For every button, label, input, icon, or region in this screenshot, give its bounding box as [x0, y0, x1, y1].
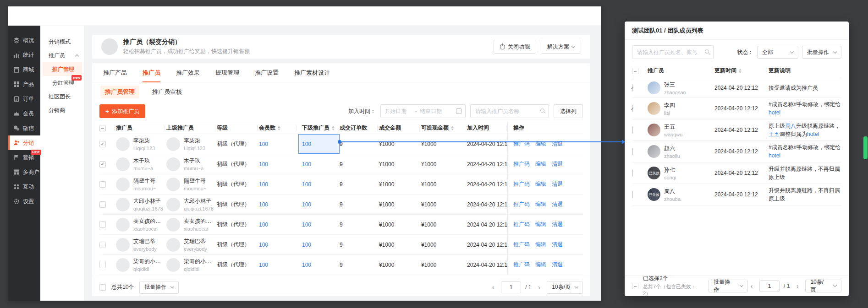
- sidebar-item[interactable]: 统计: [8, 48, 40, 62]
- action-promo-code-link[interactable]: 推广码: [513, 160, 530, 168]
- member-checkbox[interactable]: [632, 126, 633, 134]
- date-start-input[interactable]: [385, 108, 411, 114]
- next-page-button[interactable]: [535, 284, 543, 291]
- row-checkbox[interactable]: [99, 161, 106, 168]
- sidebar-item[interactable]: 产品: [8, 77, 40, 92]
- date-end-input[interactable]: [420, 108, 446, 114]
- note-link[interactable]: hotel: [769, 152, 780, 159]
- sort-icon[interactable]: [451, 126, 454, 130]
- tab[interactable]: 推广设置: [255, 63, 279, 82]
- tab[interactable]: 提现管理: [215, 63, 239, 82]
- submenu-item[interactable]: 分销模式: [43, 35, 82, 49]
- sub-promoters-link[interactable]: 100: [302, 262, 311, 268]
- sidebar-item[interactable]: 设置: [8, 194, 40, 209]
- promoter-search-input[interactable]: [470, 104, 549, 118]
- action-remove-link[interactable]: 清退: [552, 180, 563, 188]
- panel-footer-bulk-select[interactable]: 批量操作: [709, 280, 748, 292]
- sidebar-item[interactable]: 微信: [8, 121, 40, 135]
- select-columns-button[interactable]: 选择列: [554, 104, 583, 118]
- tab[interactable]: 推广效果: [176, 63, 200, 82]
- row-checkbox[interactable]: [99, 262, 106, 268]
- member-checkbox[interactable]: [632, 191, 633, 198]
- row-checkbox[interactable]: [99, 222, 106, 228]
- panel-bulk-actions-select[interactable]: 批量操作: [802, 46, 841, 59]
- submenu-item[interactable]: 分红管理new: [43, 76, 82, 90]
- sub-promoters-link[interactable]: 100: [302, 181, 311, 188]
- submenu-item[interactable]: 推广管理: [43, 62, 82, 76]
- sub-promoters-link[interactable]: 100: [302, 201, 311, 208]
- action-edit-link[interactable]: 编辑: [535, 241, 546, 249]
- action-promo-code-link[interactable]: 推广码: [513, 200, 530, 208]
- action-edit-link[interactable]: 编辑: [535, 180, 546, 188]
- members-count-link[interactable]: 100: [259, 141, 268, 147]
- panel-page-size-select[interactable]: 10条/页: [805, 280, 841, 292]
- members-count-link[interactable]: 100: [259, 242, 268, 248]
- sub-promoters-link[interactable]: 100: [302, 222, 311, 228]
- tab[interactable]: 推广素材设计: [294, 63, 330, 82]
- status-select[interactable]: 全部: [757, 46, 798, 59]
- row-checkbox[interactable]: [99, 201, 106, 208]
- member-checkbox[interactable]: [632, 84, 633, 92]
- action-promo-code-link[interactable]: 推广码: [513, 241, 530, 249]
- member-checkbox[interactable]: [632, 148, 633, 155]
- action-promo-code-link[interactable]: 推广码: [513, 221, 530, 228]
- sidebar-item[interactable]: 多商户: [8, 165, 40, 179]
- action-remove-link[interactable]: 清退: [552, 160, 563, 168]
- sub-promoters-link[interactable]: 100: [302, 242, 311, 248]
- panel-next-page-button[interactable]: [794, 282, 801, 290]
- page-number-input[interactable]: [501, 281, 521, 293]
- subtab[interactable]: 推广员审核: [148, 86, 187, 98]
- sidebar-item[interactable]: 营销HOT: [8, 150, 40, 165]
- tab[interactable]: 推广产品: [103, 63, 127, 82]
- row-checkbox[interactable]: [99, 181, 106, 188]
- footer-select-all-checkbox[interactable]: [99, 284, 106, 291]
- page-size-select[interactable]: 10条/页: [547, 281, 583, 294]
- add-promoter-button[interactable]: 添加推广员: [99, 104, 145, 118]
- members-count-link[interactable]: 100: [259, 161, 268, 168]
- sidebar-item[interactable]: 概况: [8, 33, 40, 48]
- sort-icon[interactable]: [278, 126, 280, 130]
- sub-promoters-link[interactable]: 100: [302, 141, 311, 147]
- action-edit-link[interactable]: 编辑: [535, 200, 546, 208]
- join-time-range-picker[interactable]: ~: [380, 104, 466, 118]
- panel-page-number-input[interactable]: [759, 280, 780, 292]
- sort-icon[interactable]: [739, 69, 742, 73]
- action-edit-link[interactable]: 编辑: [535, 261, 546, 269]
- action-remove-link[interactable]: 清退: [552, 200, 563, 208]
- note-link[interactable]: 王五: [769, 131, 780, 137]
- member-checkbox[interactable]: [632, 169, 633, 177]
- note-link[interactable]: hotel: [807, 131, 819, 137]
- members-count-link[interactable]: 100: [259, 181, 268, 188]
- sub-promoters-link[interactable]: 100: [302, 161, 311, 168]
- select-all-checkbox[interactable]: [99, 125, 106, 131]
- submenu-item[interactable]: 社区团长: [43, 90, 82, 103]
- submenu-item[interactable]: 推广员: [43, 49, 82, 62]
- subtab[interactable]: 推广员管理: [100, 86, 139, 98]
- action-promo-code-link[interactable]: 推广码: [513, 180, 530, 188]
- sort-icon[interactable]: [332, 126, 335, 130]
- panel-prev-page-button[interactable]: [748, 282, 755, 290]
- action-promo-code-link[interactable]: 推广码: [513, 261, 530, 269]
- action-remove-link[interactable]: 清退: [552, 241, 563, 249]
- members-count-link[interactable]: 100: [259, 201, 268, 208]
- sidebar-item[interactable]: 订单: [8, 92, 40, 106]
- members-count-link[interactable]: 100: [259, 262, 268, 268]
- submenu-item[interactable]: 分销商: [43, 103, 82, 117]
- panel-footer-checkbox[interactable]: [632, 283, 638, 289]
- close-feature-button[interactable]: 关闭功能: [494, 40, 536, 54]
- note-link[interactable]: 周八: [785, 123, 796, 129]
- sidebar-item[interactable]: 互动: [8, 179, 40, 194]
- prev-page-button[interactable]: [489, 284, 497, 291]
- note-link[interactable]: hotel: [769, 109, 780, 116]
- tab[interactable]: 推广员: [143, 63, 160, 82]
- page-scrollbar-thumb[interactable]: [863, 136, 868, 159]
- panel-select-all-checkbox[interactable]: [632, 68, 638, 74]
- sidebar-item[interactable]: 会员: [8, 106, 40, 121]
- bulk-actions-select[interactable]: 批量操作: [139, 281, 179, 294]
- sidebar-item[interactable]: 分销: [8, 135, 40, 150]
- action-edit-link[interactable]: 编辑: [535, 221, 546, 228]
- action-remove-link[interactable]: 清退: [552, 261, 563, 269]
- row-checkbox[interactable]: [99, 242, 106, 248]
- member-checkbox[interactable]: [632, 105, 633, 112]
- members-count-link[interactable]: 100: [259, 222, 268, 228]
